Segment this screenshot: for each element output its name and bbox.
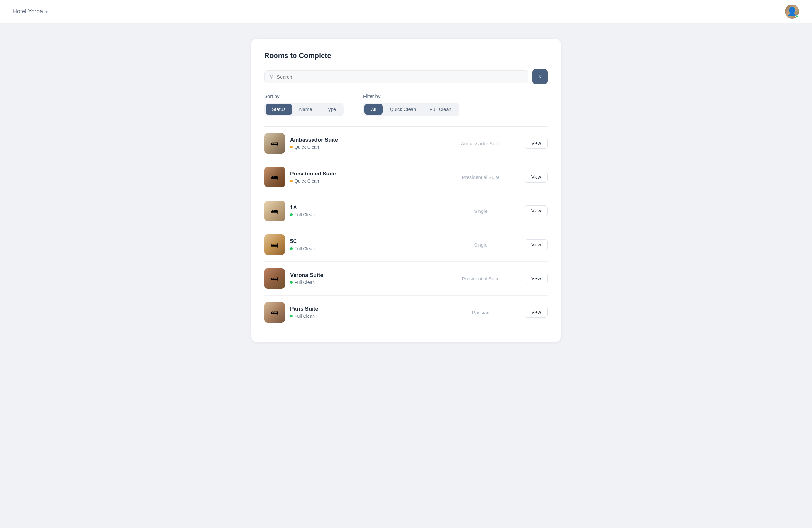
room-thumbnail-paris-suite: 🛏 bbox=[264, 302, 285, 322]
filter-by-label: Filter by bbox=[363, 93, 459, 99]
status-dot-5c bbox=[290, 247, 293, 250]
room-thumbnail-1a: 🛏 bbox=[264, 200, 285, 221]
status-dot-presidential-suite bbox=[290, 180, 293, 182]
status-label-paris-suite: Full Clean bbox=[294, 314, 315, 319]
room-type-1a: Single bbox=[442, 208, 519, 214]
room-name-paris-suite: Paris Suite bbox=[290, 306, 437, 312]
room-status-verona-suite: Full Clean bbox=[290, 280, 437, 285]
room-type-ambassador-suite: Ambassador Suite bbox=[442, 141, 519, 146]
room-type-5c: Single bbox=[442, 242, 519, 247]
status-label-5c: Full Clean bbox=[294, 246, 315, 251]
room-name-verona-suite: Verona Suite bbox=[290, 272, 437, 278]
room-name-1a: 1A bbox=[290, 205, 437, 211]
rooms-card: Rooms to Complete ⚲ ▿ Sort by Status Nam… bbox=[251, 39, 561, 342]
view-button-1a[interactable]: View bbox=[525, 206, 548, 216]
room-status-5c: Full Clean bbox=[290, 246, 437, 251]
hotel-name-button[interactable]: Hotel Yorba ▾ bbox=[13, 8, 48, 15]
room-status-1a: Full Clean bbox=[290, 212, 437, 217]
room-status-paris-suite: Full Clean bbox=[290, 314, 437, 319]
room-type-paris-suite: Parisian bbox=[442, 310, 519, 315]
hotel-name-label: Hotel Yorba bbox=[13, 8, 43, 15]
view-button-verona-suite[interactable]: View bbox=[525, 273, 548, 284]
room-item-presidential-suite: 🛏Presidential SuiteQuick CleanPresidenti… bbox=[264, 160, 548, 194]
chevron-down-icon: ▾ bbox=[45, 9, 48, 14]
room-info-ambassador-suite: Ambassador SuiteQuick Clean bbox=[290, 137, 437, 150]
room-thumbnail-verona-suite: 🛏 bbox=[264, 268, 285, 289]
online-status-dot bbox=[795, 15, 798, 18]
sort-by-status-button[interactable]: Status bbox=[265, 104, 292, 115]
sort-by-btn-group: Status Name Type bbox=[264, 103, 344, 116]
room-item-1a: 🛏1AFull CleanSingleView bbox=[264, 194, 548, 228]
page-title: Rooms to Complete bbox=[264, 51, 548, 60]
room-item-verona-suite: 🛏Verona SuiteFull CleanPresidential Suit… bbox=[264, 262, 548, 296]
header: Hotel Yorba ▾ bbox=[0, 0, 812, 23]
view-button-paris-suite[interactable]: View bbox=[525, 307, 548, 318]
sort-by-name-button[interactable]: Name bbox=[293, 104, 319, 115]
status-label-verona-suite: Full Clean bbox=[294, 280, 315, 285]
search-icon: ⚲ bbox=[270, 74, 274, 80]
room-info-5c: 5CFull Clean bbox=[290, 238, 437, 251]
main-content: Rooms to Complete ⚲ ▿ Sort by Status Nam… bbox=[0, 23, 812, 357]
room-status-presidential-suite: Quick Clean bbox=[290, 178, 437, 183]
status-label-presidential-suite: Quick Clean bbox=[294, 178, 319, 183]
sort-by-label: Sort by bbox=[264, 93, 344, 99]
status-dot-ambassador-suite bbox=[290, 146, 293, 148]
filter-by-btn-group: All Quick Clean Full Clean bbox=[363, 103, 459, 116]
room-item-5c: 🛏5CFull CleanSingleView bbox=[264, 228, 548, 262]
room-status-ambassador-suite: Quick Clean bbox=[290, 145, 437, 150]
room-item-paris-suite: 🛏Paris SuiteFull CleanParisianView bbox=[264, 296, 548, 329]
view-button-presidential-suite[interactable]: View bbox=[525, 171, 548, 183]
search-row: ⚲ ▿ bbox=[264, 69, 548, 84]
filter-button[interactable]: ▿ bbox=[532, 69, 548, 84]
room-name-5c: 5C bbox=[290, 238, 437, 245]
room-list: 🛏Ambassador SuiteQuick CleanAmbassador S… bbox=[264, 126, 548, 329]
room-info-presidential-suite: Presidential SuiteQuick Clean bbox=[290, 171, 437, 183]
room-thumbnail-presidential-suite: 🛏 bbox=[264, 167, 285, 187]
room-name-presidential-suite: Presidential Suite bbox=[290, 171, 437, 177]
filter-all-button[interactable]: All bbox=[364, 104, 383, 115]
controls-row: Sort by Status Name Type Filter by All Q… bbox=[264, 93, 548, 116]
sort-by-type-button[interactable]: Type bbox=[319, 104, 343, 115]
status-dot-verona-suite bbox=[290, 281, 293, 284]
sort-by-group: Sort by Status Name Type bbox=[264, 93, 344, 116]
room-item-ambassador-suite: 🛏Ambassador SuiteQuick CleanAmbassador S… bbox=[264, 126, 548, 160]
status-dot-paris-suite bbox=[290, 315, 293, 317]
filter-quick-clean-button[interactable]: Quick Clean bbox=[383, 104, 423, 115]
search-input[interactable] bbox=[277, 74, 523, 79]
filter-icon: ▿ bbox=[539, 73, 542, 80]
room-type-presidential-suite: Presidential Suite bbox=[442, 175, 519, 180]
room-thumbnail-ambassador-suite: 🛏 bbox=[264, 133, 285, 154]
status-label-1a: Full Clean bbox=[294, 212, 315, 217]
user-avatar[interactable] bbox=[785, 4, 799, 19]
filter-full-clean-button[interactable]: Full Clean bbox=[423, 104, 458, 115]
filter-by-group: Filter by All Quick Clean Full Clean bbox=[363, 93, 459, 116]
search-box: ⚲ bbox=[264, 70, 528, 84]
room-type-verona-suite: Presidential Suite bbox=[442, 276, 519, 282]
status-dot-1a bbox=[290, 213, 293, 216]
room-name-ambassador-suite: Ambassador Suite bbox=[290, 137, 437, 143]
view-button-5c[interactable]: View bbox=[525, 239, 548, 250]
view-button-ambassador-suite[interactable]: View bbox=[525, 138, 548, 149]
room-info-verona-suite: Verona SuiteFull Clean bbox=[290, 272, 437, 285]
status-label-ambassador-suite: Quick Clean bbox=[294, 145, 319, 150]
room-info-paris-suite: Paris SuiteFull Clean bbox=[290, 306, 437, 319]
room-info-1a: 1AFull Clean bbox=[290, 205, 437, 217]
room-thumbnail-5c: 🛏 bbox=[264, 235, 285, 255]
